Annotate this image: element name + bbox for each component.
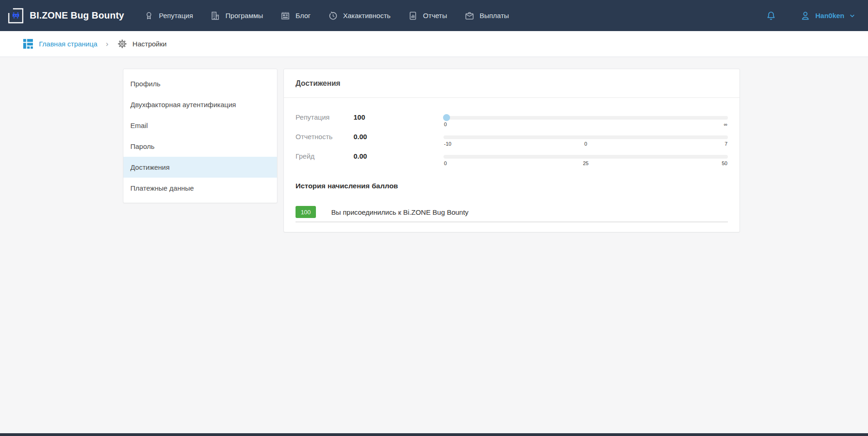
reporting-slider: -10 0 7 xyxy=(444,129,728,147)
sidebar-item-email[interactable]: Email xyxy=(123,115,277,136)
sidebar-item-password[interactable]: Пароль xyxy=(123,136,277,157)
notifications-bell-icon[interactable] xyxy=(765,10,777,21)
nav-label: Отчеты xyxy=(423,12,447,19)
user-menu[interactable]: Han0ken xyxy=(800,10,856,21)
slider-track xyxy=(444,116,728,120)
slider-track xyxy=(444,135,728,139)
bizone-bug-logo-icon xyxy=(8,8,24,24)
sidebar-item-payment-data[interactable]: Платежные данные xyxy=(123,178,277,199)
brand-logo-link[interactable]: BI.ZONE Bug Bounty xyxy=(8,8,124,24)
slider-ticks: 0 ∞ xyxy=(444,122,728,128)
tick-min: -10 xyxy=(444,141,451,147)
metric-value: 0.00 xyxy=(354,129,444,141)
tick-max: 50 xyxy=(722,160,727,166)
metric-row-reporting: Отчетность 0.00 -10 0 7 xyxy=(296,129,728,148)
building-icon xyxy=(210,11,220,21)
newspaper-icon xyxy=(280,11,290,21)
tick-min: 0 xyxy=(444,122,447,127)
points-badge: 100 xyxy=(296,206,316,218)
brand-title: BI.ZONE Bug Bounty xyxy=(30,10,124,21)
nav-item-reputation[interactable]: Репутация xyxy=(144,11,193,21)
medal-icon xyxy=(144,11,154,21)
tick-mid: 0 xyxy=(584,141,587,147)
reputation-slider: 0 ∞ xyxy=(444,109,728,128)
breadcrumb-current: Настройки xyxy=(117,38,167,49)
nav-label: Программы xyxy=(225,12,263,19)
breadcrumb-separator-icon: › xyxy=(106,39,109,49)
dashboard-grid-icon xyxy=(22,38,34,50)
grade-slider: 0 25 50 xyxy=(444,148,728,167)
nav-item-blog[interactable]: Блог xyxy=(280,11,310,21)
gear-icon xyxy=(117,38,128,49)
tick-mid: 25 xyxy=(583,160,588,166)
history-entry-text: Вы присоединились к Bi.ZONE Bug Bounty xyxy=(331,208,469,216)
nav-label: Репутация xyxy=(159,12,193,19)
history-icon xyxy=(328,11,338,21)
metric-label: Грейд xyxy=(296,148,354,160)
metric-row-reputation: Репутация 100 0 ∞ xyxy=(296,109,728,129)
nav-label: Хакактивность xyxy=(343,12,391,19)
user-name: Han0ken xyxy=(815,12,844,19)
breadcrumb-home-label: Главная страница xyxy=(39,40,97,48)
settings-menu: Профиль Двухфакторная аутентификация Ema… xyxy=(123,69,277,203)
metric-value: 0.00 xyxy=(354,148,444,160)
metrics-list: Репутация 100 0 ∞ Отчетность 0.00 -10 xyxy=(284,98,739,168)
slider-ticks: 0 25 50 xyxy=(444,160,728,167)
panel-title: Достижения xyxy=(284,69,739,98)
nav-label: Выплаты xyxy=(480,12,509,19)
history-section-title: История начисления баллов xyxy=(296,182,739,190)
tick-max: 7 xyxy=(725,141,727,147)
topbar-right: Han0ken xyxy=(765,10,856,21)
breadcrumb-home-link[interactable]: Главная страница xyxy=(22,38,97,50)
top-navigation-bar: BI.ZONE Bug Bounty Репутация xyxy=(0,0,868,31)
slider-thumb xyxy=(443,114,450,121)
tick-min: 0 xyxy=(444,160,447,166)
nav-item-payouts[interactable]: Выплаты xyxy=(464,11,509,21)
nav-item-programs[interactable]: Программы xyxy=(210,11,263,21)
nav-label: Блог xyxy=(296,12,310,19)
nav-item-reports[interactable]: Отчеты xyxy=(408,11,447,21)
metric-value: 100 xyxy=(354,109,444,121)
breadcrumb: Главная страница › Настройки xyxy=(0,31,868,57)
metric-label: Репутация xyxy=(296,109,354,121)
breadcrumb-current-label: Настройки xyxy=(133,40,167,48)
slider-ticks: -10 0 7 xyxy=(444,141,728,147)
user-icon xyxy=(800,10,811,21)
main-nav: Репутация Программы xyxy=(144,11,509,21)
sidebar-item-two-factor[interactable]: Двухфакторная аутентификация xyxy=(123,94,277,115)
slider-track xyxy=(444,155,728,159)
metric-row-grade: Грейд 0.00 0 25 50 xyxy=(296,148,728,168)
history-entry: 100 Вы присоединились к Bi.ZONE Bug Boun… xyxy=(296,206,728,222)
achievements-panel: Достижения Репутация 100 0 ∞ Отчетность … xyxy=(283,69,740,232)
chevron-down-icon xyxy=(849,12,856,19)
nav-item-hackactivity[interactable]: Хакактивность xyxy=(328,11,391,21)
tick-max: ∞ xyxy=(724,122,727,127)
footer-strip xyxy=(0,433,868,436)
metric-label: Отчетность xyxy=(296,129,354,141)
sidebar-item-achievements[interactable]: Достижения xyxy=(123,157,277,178)
report-icon xyxy=(408,11,418,21)
sidebar-item-profile[interactable]: Профиль xyxy=(123,73,277,94)
briefcase-icon xyxy=(464,11,475,21)
